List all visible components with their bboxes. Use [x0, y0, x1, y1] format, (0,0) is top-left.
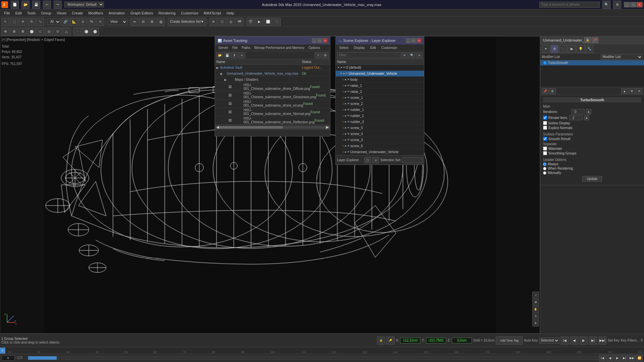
scene-row-rudder2[interactable]: □ ● 👁 rudder_2 [336, 113, 424, 119]
pin-stack-btn[interactable]: 📌 [542, 88, 548, 94]
render-iters-input[interactable] [569, 115, 583, 120]
percent-snap-btn[interactable]: % [88, 18, 96, 26]
spinner-snap-btn[interactable]: ≡ [96, 18, 104, 26]
menu-rendering[interactable]: Rendering [156, 10, 178, 16]
remove-mod-btn[interactable]: ✕ [636, 88, 643, 94]
asset-row-normal[interactable]: 🖼 HSU-001_Chinese_submarine_drone_Normal… [215, 108, 330, 116]
tb2-btn8[interactable]: △ [62, 27, 70, 36]
fov-btn[interactable]: 👁 [532, 320, 539, 326]
turbosmooth-item[interactable]: 🔷 TurboSmooth [540, 60, 644, 66]
scene-find-btn[interactable]: 🔍 [409, 52, 415, 58]
scene-row-radar1[interactable]: □ ● 👁 radar_1 [336, 83, 424, 89]
asset-help-btn[interactable]: ? [315, 52, 321, 58]
asset-row-ior[interactable]: 🖼 HSU-001_Chinese_submarine_drone_ior.pn… [215, 100, 330, 108]
asset-tb1[interactable]: 📂 [216, 52, 223, 58]
tl-loop[interactable]: 🔁 [636, 355, 643, 361]
scene-menu-edit[interactable]: Edit [368, 45, 378, 50]
smoothing-groups-check[interactable] [543, 151, 547, 155]
render-btn[interactable]: ▶ [255, 18, 263, 26]
create-tab[interactable]: ✦ [542, 45, 550, 53]
schematic-btn[interactable]: ⬡ [218, 18, 226, 26]
scene-menu-select[interactable]: Select [337, 45, 351, 50]
key-filter-select[interactable]: Selected [539, 338, 559, 344]
tb2-btn5[interactable]: □ [36, 27, 44, 36]
tb2-btn9[interactable]: ⬝ [73, 27, 82, 36]
settings-btn[interactable]: ⚙ [613, 1, 621, 9]
zoom-all-btn[interactable]: ⊠ [532, 299, 539, 305]
asset-settings-btn[interactable]: ⚙ [322, 52, 329, 58]
scroll-track[interactable] [220, 126, 325, 129]
asset-row-diffuse[interactable]: 🖼 HSU-001_Chinese_submarine_drone_Diffus… [215, 83, 330, 91]
asset-tb4[interactable]: ≡ [238, 52, 245, 58]
tl-play[interactable]: ▶ [614, 355, 621, 361]
scene-row-uuv[interactable]: ▼ ● 👁 Unmanned_Underwater_Vehicle [336, 71, 424, 77]
render-iters-up[interactable]: ▲ [584, 115, 589, 120]
render-region-btn[interactable]: ⬜ [264, 18, 272, 26]
layer-btn[interactable]: ▥ [157, 18, 165, 26]
scene-menu-display[interactable]: Display [352, 45, 367, 50]
scene-row-screw2[interactable]: □ ● 👁 screw_2 [336, 101, 424, 107]
menu-graph-editors[interactable]: Graph Editors [128, 10, 156, 16]
create-selection-btn[interactable]: Create Selection Sel ▼ [168, 18, 206, 26]
menu-create[interactable]: Create [69, 10, 86, 16]
scene-row-radar2[interactable]: □ ● 👁 radar_2 [336, 89, 424, 95]
undo-btn[interactable]: ↩ [43, 1, 51, 9]
status-lock1[interactable]: 🔒 [377, 337, 385, 345]
asset-row-reflection[interactable]: 🖼 HSU-001_Chinese_submarine_drone_Reflec… [215, 116, 330, 125]
tl-next-key[interactable]: ▶| [621, 355, 628, 361]
snap-btn[interactable]: 🔗 [61, 18, 69, 26]
tb2-btn1[interactable]: ⊕ [1, 27, 9, 36]
asset-tb2[interactable]: 💾 [224, 52, 230, 58]
render-setup-btn[interactable]: 🎬 [247, 18, 255, 26]
asset-menu-file[interactable]: File [230, 45, 239, 50]
tb2-btn2[interactable]: ⊞ [10, 27, 18, 36]
scene-row-body[interactable]: □ ● 👁 body [336, 77, 424, 83]
search-btn[interactable]: 🔍 [602, 1, 610, 9]
scene-row-rudder1[interactable]: □ ● 👁 rudder_1 [336, 107, 424, 113]
when-rendering-radio[interactable] [543, 167, 546, 170]
tb2-btn4[interactable]: ⬤ [28, 27, 36, 36]
play-btn[interactable]: ▶ [580, 337, 588, 345]
scene-menu-customize[interactable]: Customize [379, 45, 399, 50]
search-input[interactable] [539, 2, 600, 8]
tb2-btn6[interactable]: ◎ [45, 27, 53, 36]
select-region-btn[interactable]: ⬚ [10, 18, 18, 26]
asset-row-vault[interactable]: ▶ Autodesk Vault Logged Out... [215, 65, 330, 71]
scene-row-rudder3[interactable]: □ ● 👁 rudder_3 [336, 119, 424, 125]
tb2-btn11[interactable]: ⬤ [91, 27, 99, 36]
tl-go-end[interactable]: ▶▶ [629, 355, 635, 361]
curve-editor-btn[interactable]: ≋ [209, 18, 217, 26]
asset-row-max[interactable]: ▶ Unmanned_Underwater_Vehicle_max_vray.m… [215, 71, 330, 77]
update-btn[interactable]: Update [582, 176, 602, 182]
configure-btn[interactable]: ⚙ [549, 88, 556, 94]
move-up-btn[interactable]: ▲ [621, 88, 628, 94]
reference-select[interactable]: All [47, 18, 61, 25]
smooth-result-check[interactable] [543, 137, 547, 141]
select-btn[interactable]: ↖ [1, 18, 9, 26]
asset-menu-paths[interactable]: Paths [240, 45, 253, 50]
asset-close-btn[interactable]: ✕ [323, 38, 327, 43]
move-btn[interactable]: ✛ [19, 18, 27, 26]
next-frame-btn[interactable]: ▶| [589, 337, 597, 345]
scene-filter-clear[interactable]: ✕ [401, 52, 408, 58]
render-iters-check[interactable] [543, 116, 547, 120]
scene-row-screw6[interactable]: □ ● 👁 screw_6 [336, 143, 424, 149]
menu-help[interactable]: Help [224, 10, 237, 16]
menu-customize[interactable]: Customize [178, 10, 201, 16]
scene-row-screw1[interactable]: □ ● 👁 screw_1 [336, 95, 424, 101]
current-frame-input[interactable] [1, 355, 15, 361]
right-lock-btn[interactable]: 🔒 [584, 37, 591, 43]
menu-edit[interactable]: Edit [13, 10, 24, 16]
status-lock2[interactable]: 🔑 [386, 337, 394, 345]
menu-views[interactable]: Views [54, 10, 69, 16]
redo-btn[interactable]: ↪ [54, 1, 62, 9]
z-input[interactable] [452, 338, 472, 344]
scene-row-uuv2[interactable]: □ ● 👁 Unmanned_Underwater_Vehicle [336, 149, 424, 155]
angle-snap-btn[interactable]: ⊙ [79, 18, 87, 26]
utilities-tab[interactable]: 🔧 [585, 45, 593, 53]
scene-foot-btn2[interactable]: ≡ [372, 157, 379, 163]
new-btn[interactable]: 📄 [11, 1, 19, 9]
align2-btn[interactable]: ⊞ [148, 18, 156, 26]
menu-maxscript[interactable]: MAXScript [201, 10, 224, 16]
tl-prev-key[interactable]: ◀ [606, 355, 613, 361]
